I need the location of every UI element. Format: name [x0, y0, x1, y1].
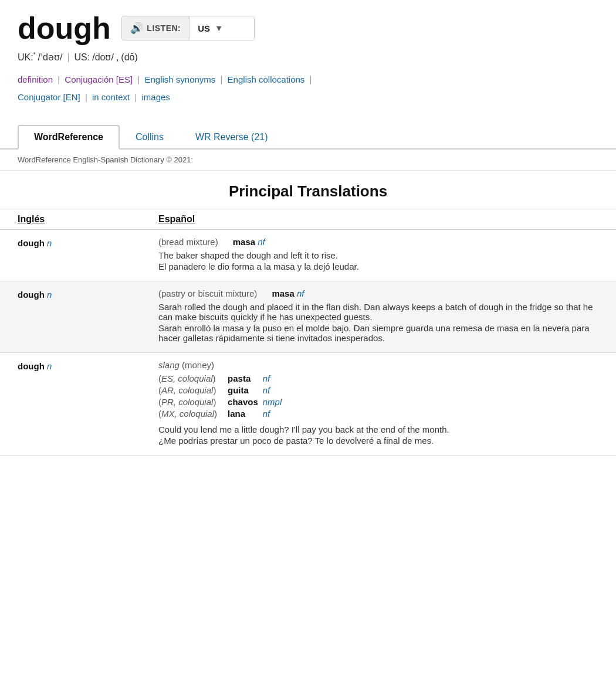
en-badge: [EN] [63, 92, 80, 102]
link-conjugacion[interactable]: Conjugación [ES] [65, 74, 133, 84]
variant-region-1: (ES, coloquial) [158, 373, 223, 383]
example-es-2: Sarah enrolló la masa y la puso en el mo… [158, 323, 598, 343]
tab-wr-reverse[interactable]: WR Reverse (21) [180, 125, 284, 148]
translation-block-1: (bread mixture) masa nf [158, 237, 598, 247]
pos-tag-2: n [47, 290, 52, 300]
region-italic-3: PR, coloquial [161, 397, 213, 407]
es-cell-2: (pastry or biscuit mixture) masa nf Sara… [158, 288, 598, 345]
tabs-row: WordReference Collins WR Reverse (21) [0, 125, 616, 149]
language-selector[interactable]: US ▼ [189, 16, 254, 40]
dictionary-credit: WordReference English-Spanish Dictionary… [0, 149, 616, 171]
link-in-context[interactable]: in context [92, 92, 130, 102]
link-definition[interactable]: definition [18, 74, 53, 84]
nf-tag-1: nf [258, 237, 265, 247]
pos-tag-1: n [47, 238, 52, 248]
es-cell-3: slang (money) (ES, coloquial) pasta nf (… [158, 360, 598, 448]
sep-3: | [221, 74, 223, 84]
header-section: dough 🔊 LISTEN: US ▼ UK:* /ˈdəʊ/ | US: /… [0, 0, 616, 115]
listen-button[interactable]: 🔊 LISTEN: [122, 16, 189, 40]
listen-control: 🔊 LISTEN: US ▼ [121, 16, 255, 40]
es-word-1: masa [233, 237, 258, 247]
variant-region-2: (AR, coloquial) [158, 385, 223, 395]
table-header-row: Inglés Español [0, 209, 616, 230]
es-word-2: masa [272, 288, 297, 298]
example-en-2: Sarah rolled the dough and placed it in … [158, 302, 598, 322]
variant-word-1: pasta [228, 373, 258, 383]
slang-definition: slang (money) [158, 360, 598, 370]
variant-word-4: lana [228, 409, 258, 419]
variant-word-3: chavos [228, 397, 258, 407]
en-cell-1: dough n [18, 237, 158, 274]
us-comma: , [116, 52, 119, 63]
tab-wordreference[interactable]: WordReference [18, 125, 120, 149]
header-spanish: Español [158, 214, 598, 225]
es-cell-1: (bread mixture) masa nf The baker shaped… [158, 237, 598, 274]
definition-1: (bread mixture) [158, 237, 218, 247]
translation-variants: (ES, coloquial) pasta nf (AR, coloquial)… [158, 373, 598, 419]
sep-6: | [134, 92, 137, 102]
definition-2: (pastry or biscuit mixture) [158, 288, 257, 298]
us-ipa: /doʊ/ [92, 52, 114, 63]
pronunciation-us: US: /doʊ/ , (dō) [75, 52, 138, 63]
chevron-down-icon: ▼ [215, 23, 223, 33]
pronunciation-row: UK:* /ˈdəʊ/ | US: /doʊ/ , (dō) [18, 52, 598, 63]
translation-block-2: (pastry or biscuit mixture) masa nf [158, 288, 598, 298]
table-row: dough n (pastry or biscuit mixture) masa… [0, 281, 616, 353]
link-english-collocations[interactable]: English collocations [228, 74, 305, 84]
en-cell-3: dough n [18, 360, 158, 448]
tab-collins[interactable]: Collins [120, 125, 180, 148]
link-english-synonyms[interactable]: English synonyms [144, 74, 215, 84]
example-en-3: Could you lend me a little dough? I'll p… [158, 424, 598, 434]
word-title: dough [18, 13, 111, 43]
sep-2: | [137, 74, 140, 84]
uk-label: UK:* [18, 52, 36, 63]
example-en-1: The baker shaped the dough and left it t… [158, 250, 598, 260]
header-english: Inglés [18, 214, 158, 225]
language-value: US [198, 23, 210, 33]
en-word-2: dough [18, 290, 47, 300]
es-badge: [ES] [116, 74, 133, 84]
pos-tag-3: n [47, 361, 52, 371]
us-alt: (dō) [121, 52, 137, 63]
listen-label: LISTEN: [147, 23, 181, 33]
en-cell-2: dough n [18, 288, 158, 345]
pronunciation-uk: UK:* /ˈdəʊ/ [18, 52, 62, 63]
region-italic-1: ES, coloquial [161, 373, 213, 383]
region-italic-2: AR, coloquial [161, 385, 213, 395]
title-row: dough 🔊 LISTEN: US ▼ [18, 13, 598, 43]
variant-nf-1: nf [263, 373, 282, 383]
link-images[interactable]: images [141, 92, 170, 102]
table-row: dough n (bread mixture) masa nf The bake… [0, 230, 616, 281]
links-row: definition | Conjugación [ES] | English … [18, 71, 598, 106]
speaker-icon: 🔊 [130, 22, 144, 35]
en-word-1: dough [18, 238, 47, 248]
region-italic-4: MX, coloquial [161, 409, 214, 419]
variant-nf-2: nf [263, 385, 282, 395]
nf-tag-2: nf [297, 288, 304, 298]
slang-label: slang [158, 360, 180, 370]
sep-5: | [85, 92, 87, 102]
variant-nf-4: nf [263, 409, 282, 419]
variant-nf-3: nmpl [263, 397, 282, 407]
variant-region-4: (MX, coloquial) [158, 409, 223, 419]
asterisk: * [33, 52, 36, 58]
sep-1: | [57, 74, 60, 84]
example-es-1: El panadero le dio forma a la masa y la … [158, 261, 598, 271]
us-label: US: [75, 52, 90, 63]
pron-separator: | [67, 52, 69, 63]
variant-region-3: (PR, coloquial) [158, 397, 223, 407]
example-es-3: ¿Me podrías prestar un poco de pasta? Te… [158, 436, 598, 446]
variant-word-2: guita [228, 385, 258, 395]
uk-ipa: /ˈdəʊ/ [38, 52, 63, 63]
section-title: Principal Translations [0, 171, 616, 209]
link-conjugator[interactable]: Conjugator [EN] [18, 92, 80, 102]
main-content: Principal Translations Inglés Español do… [0, 171, 616, 473]
sep-4: | [310, 74, 312, 84]
table-row: dough n slang (money) (ES, coloquial) pa… [0, 353, 616, 456]
en-word-3: dough [18, 361, 47, 371]
